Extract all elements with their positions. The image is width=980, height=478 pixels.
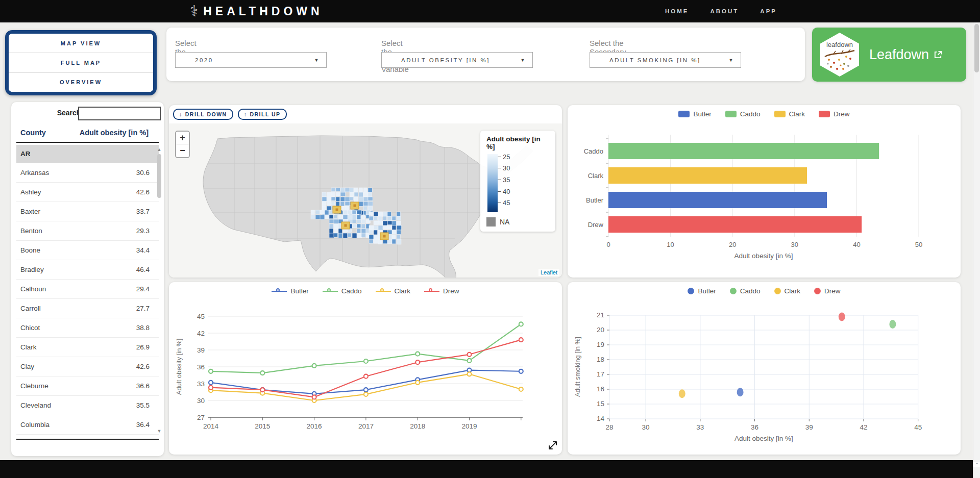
nav-link-about[interactable]: ABOUT xyxy=(710,8,739,14)
county-tile[interactable] xyxy=(392,216,396,220)
data-point-drew[interactable] xyxy=(209,386,213,390)
county-tile[interactable] xyxy=(374,230,378,235)
scatter-point-caddo[interactable] xyxy=(889,320,896,329)
scatter-point-butler[interactable] xyxy=(737,388,744,396)
page-scrollbar-thumb[interactable] xyxy=(974,24,979,72)
data-point-caddo[interactable] xyxy=(364,359,368,363)
county-tile[interactable] xyxy=(397,225,402,230)
county-tile[interactable] xyxy=(397,216,401,220)
county-tile[interactable] xyxy=(397,230,401,235)
county-tile[interactable] xyxy=(374,235,378,239)
county-tile[interactable] xyxy=(343,233,348,238)
data-point-caddo[interactable] xyxy=(312,364,316,368)
county-tile[interactable] xyxy=(387,216,391,221)
county-tile[interactable] xyxy=(348,210,352,214)
leaflet-map[interactable]: + − Adult obesity [in %] 2530354045 NA L… xyxy=(169,123,562,278)
data-point-butler[interactable] xyxy=(519,369,523,373)
county-tile[interactable] xyxy=(383,221,387,225)
county-tile[interactable] xyxy=(336,202,339,207)
county-tile[interactable] xyxy=(378,216,382,221)
legend-item-clark[interactable]: Clark xyxy=(774,110,805,118)
nav-link-home[interactable]: HOME xyxy=(665,8,689,14)
county-tile[interactable] xyxy=(352,233,357,238)
county-tile[interactable] xyxy=(363,197,368,201)
legend-item-drew[interactable]: Drew xyxy=(424,287,459,295)
county-tile[interactable] xyxy=(336,188,340,191)
county-tile[interactable] xyxy=(322,197,327,202)
county-tile[interactable] xyxy=(338,215,344,219)
county-tile[interactable] xyxy=(397,235,400,239)
county-tile[interactable] xyxy=(331,197,336,200)
primary-variable-select[interactable]: ADULT OBESITY [IN %] ▼ xyxy=(381,52,533,68)
data-point-drew[interactable] xyxy=(260,388,264,392)
county-tile[interactable] xyxy=(361,224,365,229)
county-tile[interactable] xyxy=(369,239,373,243)
data-point-clark[interactable] xyxy=(468,372,472,376)
drill-down-button[interactable]: ↓ DRILL DOWN xyxy=(173,109,233,120)
data-point-clark[interactable] xyxy=(519,387,523,391)
column-header-value[interactable]: Adult obesity [in %] xyxy=(80,129,149,137)
county-tile[interactable] xyxy=(354,192,358,196)
county-tile[interactable] xyxy=(322,202,326,206)
table-row[interactable]: Clark26.9 xyxy=(16,338,159,357)
bar-clark[interactable] xyxy=(608,167,807,184)
line-series-caddo[interactable] xyxy=(211,324,521,373)
county-tile[interactable] xyxy=(345,202,350,206)
page-scrollbar[interactable]: ⌃ xyxy=(973,22,980,478)
county-tile[interactable] xyxy=(392,225,396,230)
brand[interactable]: ⚕ HEALTHDOWN xyxy=(190,4,323,19)
county-tile[interactable] xyxy=(311,210,314,214)
legend-item-butler[interactable]: Butler xyxy=(688,287,716,295)
zoom-out-button[interactable]: − xyxy=(176,144,189,157)
county-tile[interactable] xyxy=(343,210,348,215)
table-row[interactable]: Baxter33.7 xyxy=(16,202,159,221)
county-tile[interactable] xyxy=(387,212,391,216)
data-point-drew[interactable] xyxy=(415,360,420,364)
view-nav-full-map[interactable]: FULL MAP xyxy=(9,53,153,72)
data-point-caddo[interactable] xyxy=(260,371,264,375)
table-scrollbar-thumb[interactable] xyxy=(157,154,161,198)
county-tile[interactable] xyxy=(327,202,331,206)
county-tile[interactable] xyxy=(327,197,331,202)
county-tile[interactable] xyxy=(368,206,373,210)
data-point-caddo[interactable] xyxy=(209,369,213,373)
county-tile[interactable] xyxy=(368,188,372,192)
legend-item-drew[interactable]: Drew xyxy=(819,110,850,118)
county-tile[interactable] xyxy=(387,221,393,225)
county-tile[interactable] xyxy=(340,192,346,196)
county-tile[interactable] xyxy=(369,230,373,234)
county-tile[interactable] xyxy=(397,239,401,244)
county-tile[interactable] xyxy=(357,233,362,238)
data-point-clark[interactable] xyxy=(415,381,420,385)
county-tile[interactable] xyxy=(383,216,386,220)
county-tile[interactable] xyxy=(359,188,362,192)
table-row[interactable]: Columbia36.4 xyxy=(16,415,159,435)
county-tile[interactable] xyxy=(331,202,335,205)
county-tile[interactable] xyxy=(363,206,368,210)
county-tile[interactable] xyxy=(350,197,354,200)
county-tile[interactable] xyxy=(392,239,396,244)
county-tile[interactable] xyxy=(348,215,353,219)
table-row[interactable]: Arkansas30.6 xyxy=(16,163,159,183)
county-tile[interactable] xyxy=(334,215,337,219)
county-tile[interactable] xyxy=(338,233,342,238)
table-row[interactable]: Benton29.3 xyxy=(16,221,159,241)
county-tile[interactable] xyxy=(368,202,373,206)
county-tile[interactable] xyxy=(345,197,350,201)
data-point-butler[interactable] xyxy=(364,388,368,392)
scatter-point-clark[interactable] xyxy=(679,389,685,398)
county-tile[interactable] xyxy=(374,221,378,225)
county-tile[interactable] xyxy=(359,202,363,206)
county-tile[interactable] xyxy=(334,229,338,233)
county-tile[interactable] xyxy=(378,221,383,224)
data-point-drew[interactable] xyxy=(519,338,523,342)
legend-item-caddo[interactable]: Caddo xyxy=(725,110,761,118)
county-tile[interactable] xyxy=(350,188,354,192)
data-point-clark[interactable] xyxy=(364,392,368,396)
county-tile[interactable] xyxy=(340,197,345,202)
county-tile[interactable] xyxy=(352,224,357,228)
year-select[interactable]: 2020 ▼ xyxy=(175,52,327,68)
county-tile[interactable] xyxy=(387,225,392,229)
county-tile[interactable] xyxy=(340,202,345,207)
county-tile[interactable] xyxy=(397,221,401,226)
